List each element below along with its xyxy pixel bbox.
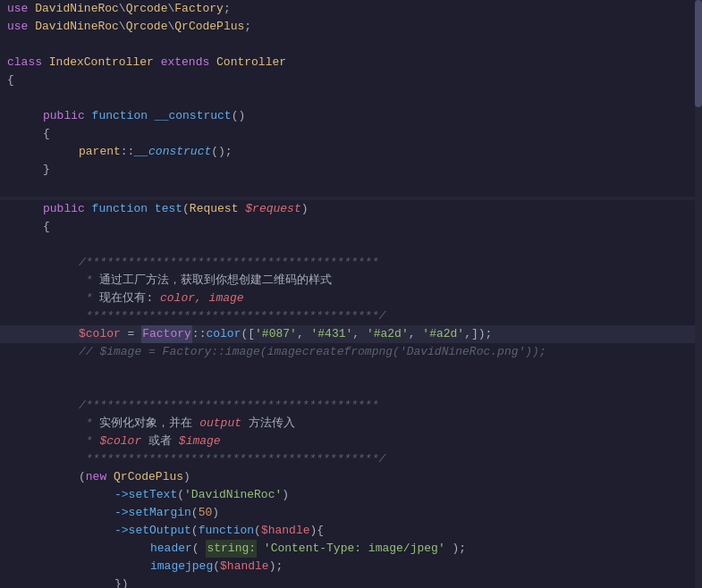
comment-stars-end-1: ****************************************…	[0, 307, 702, 325]
comment-color-image: * $color 或者 $image	[0, 433, 702, 450]
comment-chinese-1: * 通过工厂方法，获取到你想创建二维码的样式	[0, 272, 702, 290]
imagejpeg-line: imagejpeg($handle);	[0, 558, 702, 575]
comment-stars-2: /***************************************…	[0, 397, 702, 415]
blank-line-1	[0, 36, 702, 54]
color-assign-line: $color = Factory::color(['#087', '#431',…	[0, 325, 702, 343]
code-line-1: use DavidNineRoc\Qrcode\Factory;	[0, 0, 702, 18]
keyword-use: use	[7, 0, 35, 18]
header-line: header( string: 'Content-Type: image/jpe…	[0, 540, 702, 558]
image-comment-line: // $image = Factory::image(imagecreatefr…	[0, 343, 702, 361]
blank-line-5	[0, 361, 702, 379]
code-line-2: use DavidNineRoc\Qrcode\QrCodePlus;	[0, 18, 702, 36]
close-set-output: })	[0, 575, 702, 588]
blank-line-4	[0, 236, 702, 254]
construct-declaration: public function __construct()	[0, 107, 702, 125]
open-brace-construct: {	[0, 125, 702, 143]
blank-line-6	[0, 379, 702, 397]
set-output-line: ->setOutput(function($handle){	[0, 522, 702, 540]
set-text-line: ->setText('DavidNineRoc')	[0, 486, 702, 504]
blank-line-3	[0, 179, 702, 197]
new-qrcode-line: (new QrCodePlus)	[0, 468, 702, 486]
set-margin-line: ->setMargin(50)	[0, 504, 702, 522]
comment-chinese-2: * 现在仅有: color, image	[0, 290, 702, 307]
code-editor: use DavidNineRoc\Qrcode\Factory; use Dav…	[0, 0, 702, 588]
scrollbar-thumb[interactable]	[695, 0, 702, 107]
test-declaration: public function test(Request $request)	[0, 200, 702, 218]
close-brace-construct: }	[0, 161, 702, 179]
parent-construct: parent::__construct();	[0, 143, 702, 161]
comment-instance: * 实例化对象，并在 output 方法传入	[0, 415, 702, 433]
keyword-use-2: use	[7, 18, 35, 36]
blank-line-2	[0, 89, 702, 107]
open-brace-class: {	[0, 71, 702, 89]
comment-stars-1: /***************************************…	[0, 254, 702, 272]
namespace-path: DavidNineRoc	[35, 0, 119, 18]
scrollbar[interactable]	[695, 0, 702, 588]
class-declaration: class IndexController extends Controller	[0, 54, 702, 71]
comment-stars-end-2: ****************************************…	[0, 450, 702, 468]
open-brace-test: {	[0, 218, 702, 236]
